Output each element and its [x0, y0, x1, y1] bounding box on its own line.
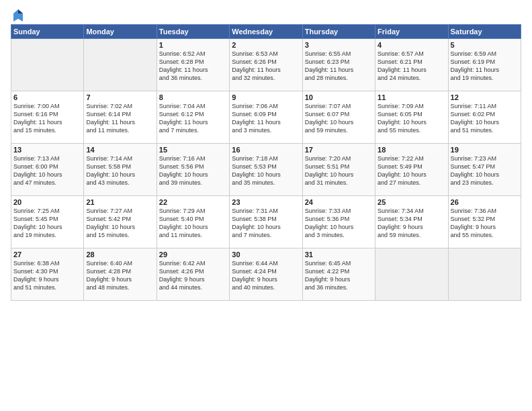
weekday-header-friday: Friday — [375, 25, 448, 39]
calendar-cell: 6Sunrise: 7:00 AM Sunset: 6:16 PM Daylig… — [11, 91, 84, 144]
day-number: 18 — [378, 146, 445, 154]
calendar-cell: 11Sunrise: 7:09 AM Sunset: 6:05 PM Dayli… — [375, 91, 448, 144]
weekday-header-thursday: Thursday — [302, 25, 375, 39]
day-info: Sunrise: 7:27 AM Sunset: 5:42 PM Dayligh… — [86, 207, 154, 240]
day-number: 20 — [13, 198, 81, 206]
day-number: 26 — [451, 198, 519, 206]
day-info: Sunrise: 7:11 AM Sunset: 6:02 PM Dayligh… — [451, 102, 519, 135]
calendar-week-5: 27Sunrise: 6:38 AM Sunset: 4:30 PM Dayli… — [11, 248, 521, 301]
calendar-cell: 15Sunrise: 7:16 AM Sunset: 5:56 PM Dayli… — [157, 144, 229, 196]
day-number: 1 — [159, 41, 227, 49]
day-number: 31 — [305, 250, 373, 259]
day-number: 9 — [232, 93, 300, 101]
calendar-cell: 25Sunrise: 7:34 AM Sunset: 5:34 PM Dayli… — [375, 196, 448, 248]
calendar-cell: 17Sunrise: 7:20 AM Sunset: 5:51 PM Dayli… — [302, 144, 375, 196]
calendar-cell: 28Sunrise: 6:40 AM Sunset: 4:28 PM Dayli… — [84, 248, 157, 301]
calendar-cell: 20Sunrise: 7:25 AM Sunset: 5:45 PM Dayli… — [11, 196, 84, 248]
day-info: Sunrise: 7:14 AM Sunset: 5:58 PM Dayligh… — [86, 154, 154, 187]
day-number: 5 — [451, 41, 519, 49]
calendar-cell: 3Sunrise: 6:55 AM Sunset: 6:23 PM Daylig… — [302, 39, 375, 91]
calendar-cell: 29Sunrise: 6:42 AM Sunset: 4:26 PM Dayli… — [157, 248, 229, 301]
calendar-cell: 30Sunrise: 6:44 AM Sunset: 4:24 PM Dayli… — [230, 248, 302, 301]
day-info: Sunrise: 6:38 AM Sunset: 4:30 PM Dayligh… — [13, 259, 81, 292]
day-info: Sunrise: 7:04 AM Sunset: 6:12 PM Dayligh… — [159, 102, 227, 135]
day-number: 30 — [232, 250, 300, 259]
day-number: 13 — [13, 146, 81, 154]
calendar-cell: 8Sunrise: 7:04 AM Sunset: 6:12 PM Daylig… — [157, 91, 229, 144]
day-info: Sunrise: 6:59 AM Sunset: 6:19 PM Dayligh… — [451, 50, 519, 83]
calendar-cell: 19Sunrise: 7:23 AM Sunset: 5:47 PM Dayli… — [448, 144, 521, 196]
calendar-cell: 1Sunrise: 6:52 AM Sunset: 6:28 PM Daylig… — [157, 39, 229, 91]
weekday-header-row: SundayMondayTuesdayWednesdayThursdayFrid… — [11, 25, 521, 39]
svg-marker-1 — [18, 9, 23, 13]
calendar-cell: 2Sunrise: 6:53 AM Sunset: 6:26 PM Daylig… — [230, 39, 302, 91]
day-info: Sunrise: 7:06 AM Sunset: 6:09 PM Dayligh… — [232, 102, 300, 135]
day-info: Sunrise: 6:53 AM Sunset: 6:26 PM Dayligh… — [232, 50, 300, 83]
day-info: Sunrise: 7:18 AM Sunset: 5:53 PM Dayligh… — [232, 154, 300, 187]
day-info: Sunrise: 7:34 AM Sunset: 5:34 PM Dayligh… — [378, 207, 445, 240]
calendar-week-2: 6Sunrise: 7:00 AM Sunset: 6:16 PM Daylig… — [11, 91, 521, 144]
day-info: Sunrise: 6:42 AM Sunset: 4:26 PM Dayligh… — [159, 259, 227, 292]
day-number: 10 — [305, 93, 373, 101]
calendar-cell — [84, 39, 157, 91]
calendar-cell: 23Sunrise: 7:31 AM Sunset: 5:38 PM Dayli… — [230, 196, 302, 248]
calendar-cell: 24Sunrise: 7:33 AM Sunset: 5:36 PM Dayli… — [302, 196, 375, 248]
day-info: Sunrise: 6:40 AM Sunset: 4:28 PM Dayligh… — [86, 259, 154, 292]
day-info: Sunrise: 7:09 AM Sunset: 6:05 PM Dayligh… — [378, 102, 445, 135]
day-info: Sunrise: 7:13 AM Sunset: 6:00 PM Dayligh… — [13, 154, 81, 187]
calendar-cell: 5Sunrise: 6:59 AM Sunset: 6:19 PM Daylig… — [448, 39, 521, 91]
calendar-week-3: 13Sunrise: 7:13 AM Sunset: 6:00 PM Dayli… — [11, 144, 521, 196]
day-info: Sunrise: 6:52 AM Sunset: 6:28 PM Dayligh… — [159, 50, 227, 83]
day-number: 25 — [378, 198, 445, 206]
day-info: Sunrise: 7:29 AM Sunset: 5:40 PM Dayligh… — [159, 207, 227, 240]
day-info: Sunrise: 7:25 AM Sunset: 5:45 PM Dayligh… — [13, 207, 81, 240]
logo — [11, 8, 24, 20]
calendar-cell: 27Sunrise: 6:38 AM Sunset: 4:30 PM Dayli… — [11, 248, 84, 301]
day-number: 27 — [13, 250, 81, 259]
header — [11, 8, 521, 20]
day-number: 14 — [86, 146, 154, 154]
weekday-header-tuesday: Tuesday — [157, 25, 229, 39]
day-info: Sunrise: 7:31 AM Sunset: 5:38 PM Dayligh… — [232, 207, 300, 240]
day-info: Sunrise: 6:44 AM Sunset: 4:24 PM Dayligh… — [232, 259, 300, 292]
weekday-header-monday: Monday — [84, 25, 157, 39]
day-info: Sunrise: 7:07 AM Sunset: 6:07 PM Dayligh… — [305, 102, 373, 135]
calendar-cell: 18Sunrise: 7:22 AM Sunset: 5:49 PM Dayli… — [375, 144, 448, 196]
calendar-cell: 22Sunrise: 7:29 AM Sunset: 5:40 PM Dayli… — [157, 196, 229, 248]
day-number: 12 — [451, 93, 519, 101]
calendar-cell: 14Sunrise: 7:14 AM Sunset: 5:58 PM Dayli… — [84, 144, 157, 196]
day-number: 28 — [86, 250, 154, 259]
day-number: 19 — [451, 146, 519, 154]
day-info: Sunrise: 7:23 AM Sunset: 5:47 PM Dayligh… — [451, 154, 519, 187]
day-info: Sunrise: 7:33 AM Sunset: 5:36 PM Dayligh… — [305, 207, 373, 240]
calendar-cell — [375, 248, 448, 301]
day-info: Sunrise: 7:20 AM Sunset: 5:51 PM Dayligh… — [305, 154, 373, 187]
calendar-cell: 7Sunrise: 7:02 AM Sunset: 6:14 PM Daylig… — [84, 91, 157, 144]
page: SundayMondayTuesdayWednesdayThursdayFrid… — [0, 0, 532, 411]
day-number: 17 — [305, 146, 373, 154]
calendar-week-4: 20Sunrise: 7:25 AM Sunset: 5:45 PM Dayli… — [11, 196, 521, 248]
day-info: Sunrise: 7:22 AM Sunset: 5:49 PM Dayligh… — [378, 154, 445, 187]
calendar-cell — [448, 248, 521, 301]
day-number: 22 — [159, 198, 227, 206]
day-number: 3 — [305, 41, 373, 49]
day-number: 29 — [159, 250, 227, 259]
day-info: Sunrise: 7:02 AM Sunset: 6:14 PM Dayligh… — [86, 102, 154, 135]
day-info: Sunrise: 6:57 AM Sunset: 6:21 PM Dayligh… — [378, 50, 445, 83]
day-info: Sunrise: 7:00 AM Sunset: 6:16 PM Dayligh… — [13, 102, 81, 135]
calendar-table: SundayMondayTuesdayWednesdayThursdayFrid… — [11, 24, 521, 301]
logo-text — [11, 8, 24, 23]
day-number: 2 — [232, 41, 300, 49]
weekday-header-saturday: Saturday — [448, 25, 521, 39]
calendar-cell: 10Sunrise: 7:07 AM Sunset: 6:07 PM Dayli… — [302, 91, 375, 144]
day-number: 8 — [159, 93, 227, 101]
day-number: 4 — [378, 41, 445, 49]
day-info: Sunrise: 6:55 AM Sunset: 6:23 PM Dayligh… — [305, 50, 373, 83]
calendar-cell: 21Sunrise: 7:27 AM Sunset: 5:42 PM Dayli… — [84, 196, 157, 248]
day-number: 23 — [232, 198, 300, 206]
calendar-cell — [11, 39, 84, 91]
weekday-header-sunday: Sunday — [11, 25, 84, 39]
day-number: 21 — [86, 198, 154, 206]
day-number: 24 — [305, 198, 373, 206]
calendar-cell: 12Sunrise: 7:11 AM Sunset: 6:02 PM Dayli… — [448, 91, 521, 144]
